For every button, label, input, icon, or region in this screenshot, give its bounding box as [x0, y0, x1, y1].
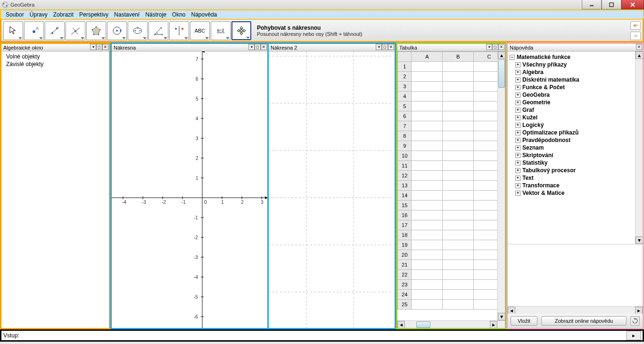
spreadsheet-cell[interactable] — [412, 181, 443, 191]
menu-okno[interactable]: Okno — [169, 10, 189, 19]
row-header[interactable]: 15 — [398, 201, 412, 210]
graphics2-view[interactable] — [269, 51, 395, 328]
online-help-button[interactable]: Zobrazit online nápovědu — [541, 316, 627, 326]
redo-button[interactable] — [630, 32, 641, 40]
help-category-item[interactable]: +Funkce & Počet — [515, 84, 641, 91]
column-header[interactable]: B — [443, 52, 474, 62]
graphics-view[interactable]: -4 -3 -2 -1 0 1 2 3 7 6 5 4 3 2 1 — [112, 51, 267, 328]
spreadsheet-cell[interactable] — [443, 300, 474, 310]
dependent-objects-label[interactable]: Závislé objekty — [6, 61, 104, 67]
spreadsheet-cell[interactable] — [412, 201, 443, 210]
graphics-close-icon[interactable]: ✕ — [261, 44, 267, 50]
expand-icon[interactable]: + — [515, 100, 520, 105]
tool-angle[interactable] — [149, 21, 168, 40]
expand-icon[interactable]: + — [515, 115, 520, 120]
spreadsheet-cell[interactable] — [443, 191, 474, 201]
row-header[interactable]: 23 — [398, 280, 412, 290]
spreadsheet-scrollbar-horizontal[interactable]: ◂ ▸ — [397, 320, 505, 328]
insert-button[interactable]: Vložit — [511, 316, 537, 326]
spreadsheet-cell[interactable] — [443, 151, 474, 161]
spreadsheet-cell[interactable] — [412, 92, 443, 101]
menu-upravy[interactable]: Úpravy — [27, 10, 50, 19]
graphics-header[interactable]: Nákresna ▾ ◻ ✕ — [112, 44, 267, 51]
spreadsheet-cell[interactable] — [412, 230, 443, 240]
spreadsheet-close-icon[interactable]: ✕ — [498, 44, 504, 50]
minimize-button[interactable] — [582, 0, 602, 9]
row-header[interactable]: 18 — [398, 230, 412, 240]
row-header[interactable]: 20 — [398, 250, 412, 260]
spreadsheet-cell[interactable] — [412, 82, 443, 92]
expand-icon[interactable]: + — [515, 108, 520, 113]
spreadsheet-cell[interactable] — [412, 220, 443, 230]
graphics-window-icon[interactable]: ◻ — [255, 44, 261, 50]
spreadsheet-cell[interactable] — [412, 210, 443, 220]
expand-icon[interactable]: + — [515, 191, 520, 196]
graphics2-header[interactable]: Nákresna 2 ▾ ◻ ✕ — [269, 44, 395, 51]
menu-napoveda[interactable]: Nápověda — [189, 10, 220, 19]
row-header[interactable]: 13 — [398, 181, 412, 191]
menu-nastroje[interactable]: Nástroje — [142, 10, 169, 19]
algebra-menu-icon[interactable]: ▾ — [90, 44, 96, 50]
algebra-header[interactable]: Algebraické okno ▾ ◻ ✕ — [1, 44, 109, 51]
algebra-window-icon[interactable]: ◻ — [96, 44, 102, 50]
expand-icon[interactable]: + — [515, 85, 520, 90]
spreadsheet-table[interactable]: ABC1234567891011121314151617181920212223… — [397, 51, 505, 310]
row-header[interactable]: 12 — [398, 171, 412, 181]
graphics2-canvas[interactable] — [269, 51, 393, 328]
help-category-item[interactable]: +Transformace — [515, 182, 641, 189]
help-scrollbar-horizontal[interactable]: ◂ ▸ — [508, 306, 643, 314]
spreadsheet-cell[interactable] — [412, 72, 443, 82]
refresh-button[interactable] — [630, 316, 640, 326]
tool-line[interactable] — [45, 21, 65, 40]
spreadsheet-header[interactable]: Tabulka ▾ ◻ ✕ — [397, 44, 505, 51]
menu-perspektivy[interactable]: Perspektivy — [76, 10, 111, 19]
help-category-item[interactable]: +Text — [515, 174, 641, 182]
tool-perpendicular[interactable] — [66, 21, 85, 40]
spreadsheet-cell[interactable] — [412, 141, 443, 151]
row-header[interactable]: 22 — [398, 270, 412, 280]
row-header[interactable]: 14 — [398, 191, 412, 201]
help-category-item[interactable]: +Tabulkový procesor — [515, 167, 641, 174]
spreadsheet-cell[interactable] — [443, 210, 474, 220]
spreadsheet-cell[interactable] — [443, 111, 474, 121]
help-category-item[interactable]: +Pravděpodobnost — [515, 136, 641, 144]
help-tree[interactable]: − Matematické funkce +Všechny příkazy+Al… — [508, 51, 643, 244]
expand-icon[interactable]: + — [515, 160, 520, 166]
tool-move[interactable] — [3, 21, 23, 40]
help-category-item[interactable]: +Všechny příkazy — [515, 61, 641, 68]
spreadsheet-cell[interactable] — [412, 280, 443, 290]
spreadsheet-cell[interactable] — [443, 62, 474, 72]
help-scrollbar-vertical[interactable]: ▴ ▾ — [635, 51, 643, 244]
close-button[interactable] — [621, 0, 644, 9]
row-header[interactable]: 19 — [398, 240, 412, 250]
row-header[interactable]: 1 — [398, 62, 412, 72]
menu-nastaveni[interactable]: Nastavení — [111, 10, 142, 19]
expand-icon[interactable]: + — [515, 176, 520, 181]
help-category-item[interactable]: +Optimalizace příkazů — [515, 129, 641, 136]
spreadsheet-window-icon[interactable]: ◻ — [492, 44, 498, 50]
spreadsheet-cell[interactable] — [412, 270, 443, 280]
tool-move-view[interactable] — [231, 21, 251, 40]
graphics-menu-icon[interactable]: ▾ — [248, 44, 255, 50]
expand-icon[interactable]: − — [510, 55, 515, 60]
row-header[interactable]: 7 — [398, 121, 412, 131]
maximize-button[interactable] — [602, 0, 621, 9]
row-header[interactable]: 10 — [398, 151, 412, 161]
row-header[interactable]: 17 — [398, 220, 412, 230]
spreadsheet-scrollbar-vertical[interactable]: ▴ ▾ — [497, 51, 505, 328]
spreadsheet-grid[interactable]: ABC1234567891011121314151617181920212223… — [397, 51, 505, 328]
spreadsheet-cell[interactable] — [443, 250, 474, 260]
spreadsheet-cell[interactable] — [412, 250, 443, 260]
spreadsheet-cell[interactable] — [443, 201, 474, 210]
spreadsheet-cell[interactable] — [443, 290, 474, 300]
expand-icon[interactable]: + — [515, 168, 520, 173]
spreadsheet-cell[interactable] — [443, 72, 474, 82]
spreadsheet-cell[interactable] — [412, 101, 443, 111]
spreadsheet-cell[interactable] — [443, 82, 474, 92]
spreadsheet-cell[interactable] — [412, 260, 443, 270]
spreadsheet-cell[interactable] — [443, 260, 474, 270]
menu-soubor[interactable]: Soubor — [3, 10, 27, 19]
row-header[interactable]: 3 — [398, 82, 412, 92]
row-header[interactable]: 16 — [398, 210, 412, 220]
tool-polygon[interactable] — [86, 21, 106, 40]
